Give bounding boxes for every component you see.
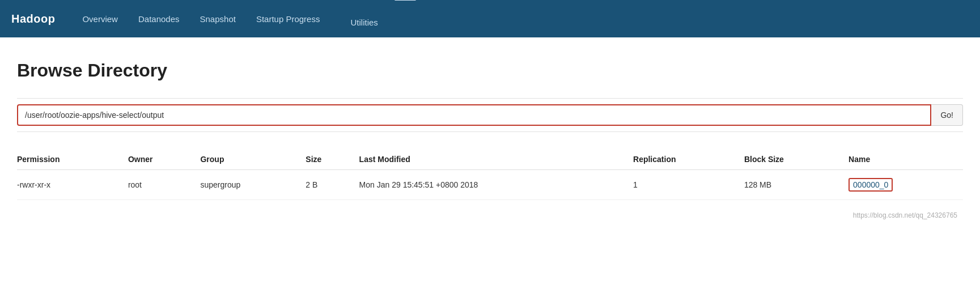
col-block-size: Block Size (744, 149, 849, 170)
cell-block-size: 128 MB (744, 170, 849, 200)
nav-item-overview[interactable]: Overview (72, 2, 128, 36)
nav-item-datanodes[interactable]: Datanodes (128, 2, 190, 36)
nav-link-overview[interactable]: Overview (72, 2, 128, 36)
table-body: -rwxr-xr-x root supergroup 2 B Mon Jan 2… (17, 170, 963, 200)
watermark: https://blog.csdn.net/qq_24326765 (17, 200, 963, 225)
dropdown-caret-icon (392, 0, 418, 26)
file-table: Permission Owner Group Size Last Modifie… (17, 149, 963, 200)
nav-links: Overview Datanodes Snapshot Startup Prog… (72, 0, 429, 52)
main-content: Browse Directory Go! Permission Owner Gr… (0, 37, 980, 242)
table-row: -rwxr-xr-x root supergroup 2 B Mon Jan 2… (17, 170, 963, 200)
col-owner: Owner (128, 149, 201, 170)
path-input[interactable] (17, 104, 931, 126)
nav-item-utilities[interactable]: Utilities (330, 0, 429, 52)
cell-permission: -rwxr-xr-x (17, 170, 128, 200)
col-group: Group (200, 149, 306, 170)
table-header: Permission Owner Group Size Last Modifie… (17, 149, 963, 170)
cell-group: supergroup (200, 170, 306, 200)
navbar-brand[interactable]: Hadoop (11, 12, 55, 26)
cell-size: 2 B (306, 170, 359, 200)
cell-replication: 1 (633, 170, 744, 200)
col-permission: Permission (17, 149, 128, 170)
cell-last-modified: Mon Jan 29 15:45:51 +0800 2018 (359, 170, 633, 200)
go-button[interactable]: Go! (931, 104, 963, 126)
navbar: Hadoop Overview Datanodes Snapshot Start… (0, 0, 980, 37)
file-link[interactable]: 000000_0 (849, 178, 893, 192)
nav-link-snapshot[interactable]: Snapshot (190, 2, 246, 36)
col-last-modified: Last Modified (359, 149, 633, 170)
nav-link-utilities[interactable]: Utilities (330, 0, 429, 52)
cell-name: 000000_0 (849, 170, 963, 200)
cell-owner: root (128, 170, 201, 200)
path-row: Go! (17, 98, 963, 132)
page-title: Browse Directory (17, 60, 963, 81)
nav-item-snapshot[interactable]: Snapshot (190, 2, 246, 36)
nav-item-startup-progress[interactable]: Startup Progress (246, 2, 330, 36)
col-replication: Replication (633, 149, 744, 170)
col-size: Size (306, 149, 359, 170)
nav-link-datanodes[interactable]: Datanodes (128, 2, 190, 36)
col-name: Name (849, 149, 963, 170)
nav-link-startup-progress[interactable]: Startup Progress (246, 2, 330, 36)
